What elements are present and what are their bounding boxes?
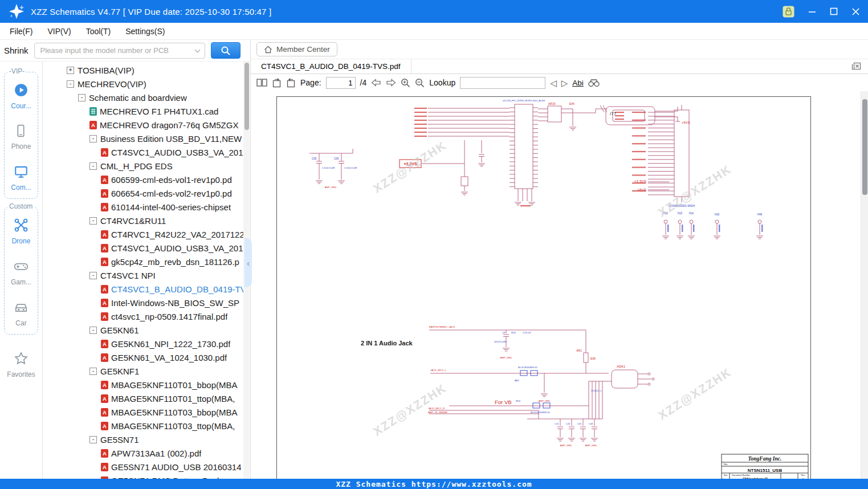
tree-item-intel-windows-nb-bios-sw-sp[interactable]: AIntel-Windows-NB_BIOS_SW_SP xyxy=(43,296,250,309)
tree-item-cml-h-pdg-eds[interactable]: -CML_H_PDG EDS xyxy=(43,159,250,173)
abi-text-tool[interactable]: Abi xyxy=(572,79,584,87)
member-center-button[interactable]: Member Center xyxy=(256,42,337,56)
tree-item-apw7313aa1-002-pdf[interactable]: AAPW7313Aa1 (002).pdf xyxy=(43,446,250,460)
tree-item-610144-intel-400-series-chipset[interactable]: A610144-intel-400-series-chipset xyxy=(43,200,250,214)
schematic-label: H16 xyxy=(689,212,694,215)
tree-item-business-edition-usb-bd-v11-new[interactable]: -Business Edition USB_BD_V11,NEW xyxy=(43,132,250,145)
tree-item-ge5sn71-pms-battery-pack-spe[interactable]: AGE5SN71 PMS Battery Pack spe xyxy=(43,474,250,479)
collapse-icon[interactable]: - xyxy=(89,272,97,279)
close-button[interactable] xyxy=(851,7,860,16)
tree-item-mechrevo-dragon7-76q-gm5zgx[interactable]: AMECHREVO dragon7-76q GM5ZGX xyxy=(43,118,250,132)
tree-item-ct4svc1-b-audio-db-0419-tv[interactable]: ACT4SVC1_B_AUDIO_DB_0419-TV xyxy=(43,282,250,296)
tab-pdf-document[interactable]: CT4SVC1_B_AUDIO_DB_0419-TVS.pdf xyxy=(251,59,411,74)
sidebar-item-com[interactable]: Com... xyxy=(11,164,31,191)
schematic-label: 2 IN 1 Audio Jack xyxy=(361,340,413,347)
collapse-icon[interactable]: - xyxy=(89,368,97,375)
sidebar-item-gam[interactable]: Gam... xyxy=(11,259,31,286)
tree-item-ct4rvc1-ru11[interactable]: -CT4RVC1&RU11 xyxy=(43,214,250,227)
collapse-icon[interactable]: - xyxy=(78,94,85,101)
pdf-file-icon: A xyxy=(101,381,108,389)
lookup-prev-icon[interactable]: ◁ xyxy=(550,79,557,87)
tree-item-ge5kn61-va-1024-1030-pdf[interactable]: AGE5KN61_VA_1024_1030.pdf xyxy=(43,351,250,364)
vip-badge-icon[interactable] xyxy=(783,6,794,18)
schematic-label: +3.3VS xyxy=(634,180,646,184)
menu-settings[interactable]: Settings(S) xyxy=(118,27,172,36)
pdf-scrollbar-thumb[interactable] xyxy=(862,99,867,195)
tree-item-mbage5knf110t03-ttop-mba[interactable]: AMBAGE5KNF110T03_ttop(MBA, xyxy=(43,419,250,433)
sidebar-item-label: Favorites xyxy=(7,370,35,378)
menu-vip[interactable]: VIP(V) xyxy=(40,27,78,36)
collapse-icon[interactable]: - xyxy=(67,80,74,88)
tree-item-gk5cp4z-mb-revb-dsn-181126-p[interactable]: Agk5cp4z_mb_revb_dsn_181126.p xyxy=(43,255,250,268)
tree-item-schematic-and-boardview[interactable]: -Schematic and boardview xyxy=(43,91,250,104)
pdf-scrollbar[interactable] xyxy=(861,91,868,479)
page-number-input[interactable] xyxy=(326,77,356,89)
collapse-icon[interactable]: - xyxy=(89,327,97,334)
pdf-viewer[interactable]: TongFang Inc.TitleNTSN1511_USBSizeCustom… xyxy=(251,91,868,479)
menu-tool[interactable]: Tool(T) xyxy=(79,27,119,36)
tree-item-ct4rvc1-r42u22-va2-2017122[interactable]: ACT4RVC1_R42U22_VA2_2017122 xyxy=(43,227,250,241)
sidebar-item-car[interactable]: Car xyxy=(14,300,28,327)
cad-file-icon xyxy=(89,107,97,116)
schematic-label: EARPHONEMIC_JACK xyxy=(429,325,455,328)
binoculars-icon[interactable] xyxy=(588,79,600,87)
titleblock-text: Rev xyxy=(801,474,805,476)
tree-item-ge5knf1[interactable]: -GE5KNF1 xyxy=(43,364,250,378)
tree-item-mechrevo-vip[interactable]: -MECHREVO(VIP) xyxy=(43,77,250,91)
tree-item-ct4svc1-np-0509-1417final-pdf[interactable]: Act4svc1_np-0509.1417final.pdf xyxy=(43,309,250,323)
collapse-icon[interactable]: - xyxy=(89,135,97,142)
tree-item-ge5sn71[interactable]: -GE5SN71 xyxy=(43,433,250,446)
tree-scrollbar-thumb[interactable] xyxy=(244,63,249,130)
shrink-button[interactable]: Shrink xyxy=(4,46,28,55)
next-page-icon[interactable] xyxy=(386,79,396,87)
tree-item-mechrevo-f1-ph4tux1-cad[interactable]: MECHREVO F1 PH4TUX1.cad xyxy=(43,104,250,118)
svg-text:A: A xyxy=(103,409,107,415)
lookup-next-icon[interactable]: ▷ xyxy=(561,79,568,87)
app-window: XZZ Schematics V4.77 [ VIP Due date: 202… xyxy=(0,0,868,489)
tree-item-ct4svc1-audio-usb3-va-2017[interactable]: ACT4SVC1_AUDIO_USB3_VA_2017 xyxy=(43,145,250,159)
schematic-label: E44 xyxy=(569,102,574,105)
tree-item-ct4svc1-audio-usb3-va-2017[interactable]: ACT4SVC1_AUDIO_USB3_VA_2017 xyxy=(43,241,250,255)
tree-item-label: 610144-intel-400-series-chipset xyxy=(111,202,231,212)
sidebar-item-cour[interactable]: Cour... xyxy=(11,83,31,110)
collapse-icon[interactable]: - xyxy=(89,217,97,225)
lookup-input[interactable] xyxy=(460,77,545,89)
rotate-left-icon[interactable] xyxy=(272,78,282,88)
model-search-input[interactable] xyxy=(34,43,205,59)
tree-item-mbage5knf110t03-bbop-mba[interactable]: AMBAGE5KNF110T03_bbop(MBA xyxy=(43,405,250,419)
zoom-out-icon[interactable] xyxy=(415,78,425,88)
tree-item-mbage5knf110t01-ttop-mba[interactable]: AMBAGE5KNF110T01_ttop(MBA, xyxy=(43,392,250,405)
tree-item-ct4svc1-npi[interactable]: -CT4SVC1 NPI xyxy=(43,268,250,282)
tree-item-606654-cml-eds-vol2-rev1p0-pd[interactable]: A606654-cml-eds-vol2-rev1p0.pd xyxy=(43,186,250,200)
rotate-right-icon[interactable] xyxy=(286,78,296,88)
pdf-file-icon: A xyxy=(101,408,108,417)
sidebar-item-label: Phone xyxy=(11,142,31,150)
sidebar-item-label: Car xyxy=(15,319,26,327)
tree-item-ge5sn71-audio-usb-20160314[interactable]: AGE5SN71 AUDIO_USB 20160314 xyxy=(43,460,250,474)
sidebar-item-label: Cour... xyxy=(11,102,31,110)
sidebar-item-phone[interactable]: Phone xyxy=(11,124,31,150)
search-button[interactable] xyxy=(211,42,241,59)
collapse-icon[interactable]: - xyxy=(89,162,97,170)
two-page-view-icon[interactable] xyxy=(256,78,267,87)
maximize-button[interactable] xyxy=(830,7,838,15)
close-all-tabs-icon[interactable] xyxy=(851,59,868,74)
tree-item-toshiba-vip[interactable]: +TOSHIBA(VIP) xyxy=(43,63,250,77)
zoom-in-icon[interactable] xyxy=(401,78,410,88)
previous-page-icon[interactable] xyxy=(371,79,381,87)
schematic-canvas: TongFang Inc.TitleNTSN1511_USBSizeCustom… xyxy=(276,96,811,479)
tree-item-mbage5knf110t01-bbop-mba[interactable]: AMBAGE5KNF110T01_bbop(MBA xyxy=(43,378,250,392)
menu-file[interactable]: File(F) xyxy=(2,27,40,36)
expand-icon[interactable]: + xyxy=(67,67,74,74)
sidebar-item-favorites[interactable]: Favorites xyxy=(7,351,35,378)
collapse-icon[interactable]: - xyxy=(89,436,97,443)
pdf-file-icon: A xyxy=(101,244,108,252)
minimize-button[interactable] xyxy=(808,7,816,15)
tree-collapse-handle[interactable]: ‹ xyxy=(244,238,252,287)
tree-item-ge5kn61[interactable]: -GE5KN61 xyxy=(43,323,250,337)
tree-item-606599-cml-eds-vol1-rev1p0-pd[interactable]: A606599-cml-eds-vol1-rev1p0.pd xyxy=(43,173,250,186)
svg-text:A: A xyxy=(103,259,107,265)
schematic-label: AMP_GND xyxy=(500,356,512,359)
sidebar-item-drone[interactable]: Drone xyxy=(12,218,31,245)
tree-item-ge5kn61-npi-1222-1730-pdf[interactable]: AGE5KN61_NPI_1222_1730.pdf xyxy=(43,337,250,351)
